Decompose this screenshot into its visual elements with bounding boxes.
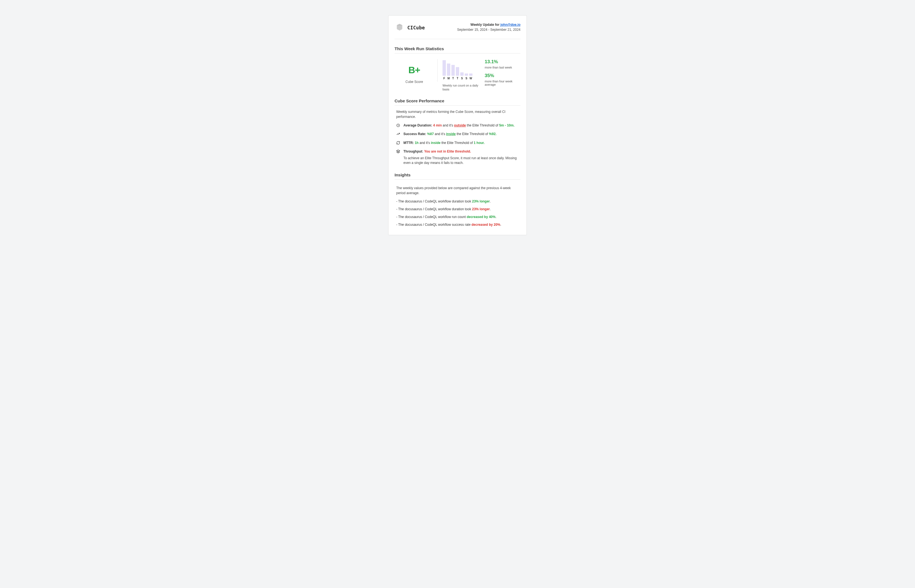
perf-label: MTTR: bbox=[403, 141, 414, 145]
insight-delta: 23% longer bbox=[472, 207, 490, 211]
brand-name: CICube bbox=[407, 25, 425, 31]
delta-4w-percent: 35% bbox=[485, 73, 520, 79]
insight-line: - The docusaurus / CodeQL workflow durat… bbox=[395, 199, 520, 203]
section-title-stats: This Week Run Statistics bbox=[395, 46, 520, 53]
bar-label: W bbox=[469, 77, 473, 80]
trend-up-icon bbox=[396, 132, 400, 136]
insight-prefix: - The docusaurus / CodeQL workflow succe… bbox=[396, 223, 471, 226]
delta-week-label: more than last week bbox=[485, 66, 520, 69]
recipient-email-link[interactable]: john@doe.io bbox=[500, 23, 520, 27]
section-title-perf: Cube Score Performance bbox=[395, 99, 520, 106]
insight-delta: decreased by 20% bbox=[471, 223, 500, 226]
deltas-column: 13.1% more than last week 35% more than … bbox=[485, 58, 520, 90]
weekly-prefix: Weekly Update for bbox=[471, 23, 500, 27]
perf-status: inside bbox=[431, 141, 441, 145]
perf-throughput-note: To achieve an Elite Throughput Score, it… bbox=[395, 156, 520, 166]
vertical-divider bbox=[437, 59, 437, 82]
date-range: September 15, 2024 - September 21, 2024 bbox=[457, 28, 520, 32]
insight-suffix: . bbox=[495, 215, 496, 219]
perf-value: 1h bbox=[415, 141, 419, 145]
insights-intro: The weekly values provided below are com… bbox=[395, 186, 520, 195]
insight-delta: decreased by 40% bbox=[466, 215, 495, 219]
perf-status: You are not in Elite threshold. bbox=[424, 150, 471, 153]
header-right: Weekly Update for john@doe.io September … bbox=[457, 23, 520, 32]
perf-label: Success Rate: bbox=[403, 132, 426, 136]
insights-list: - The docusaurus / CodeQL workflow durat… bbox=[395, 199, 520, 226]
insight-suffix: . bbox=[490, 199, 491, 203]
email-card: CICube Weekly Update for john@doe.io Sep… bbox=[388, 15, 527, 235]
perf-threshold: 5m - 10m. bbox=[499, 123, 514, 127]
bar-label: S bbox=[460, 77, 463, 80]
perf-threshold: %92. bbox=[489, 132, 496, 136]
perf-avg-duration: Average Duration: 4 min and it's outside… bbox=[395, 123, 520, 128]
insight-suffix: . bbox=[490, 207, 491, 211]
perf-label: Average Duration: bbox=[403, 123, 432, 127]
weekly-run-chart: FMTTSSW Weekly run count on a daily basi… bbox=[441, 58, 481, 91]
stats-row: B+ Cube Score FMTTSSW Weekly run count o… bbox=[395, 58, 520, 91]
bar bbox=[452, 65, 455, 76]
perf-mid: and it's bbox=[434, 132, 446, 136]
clock-icon bbox=[396, 123, 400, 127]
cube-score-column: B+ Cube Score bbox=[395, 58, 434, 84]
svg-marker-14 bbox=[397, 150, 400, 152]
refresh-icon bbox=[396, 141, 400, 145]
insight-line: - The docusaurus / CodeQL workflow succe… bbox=[395, 223, 520, 226]
delta-4w-label: more than four week average bbox=[485, 79, 520, 86]
bar bbox=[460, 73, 463, 76]
bar bbox=[456, 67, 459, 76]
insight-suffix: . bbox=[500, 223, 501, 226]
cube-icon bbox=[395, 23, 405, 33]
bar-chart-labels: FMTTSSW bbox=[442, 77, 481, 80]
chart-caption: Weekly run count on a daily basis bbox=[442, 84, 479, 91]
perf-success-rate: Success Rate: %87 and it's inside the El… bbox=[395, 132, 520, 136]
bar bbox=[447, 63, 450, 76]
insight-line: - The docusaurus / CodeQL workflow run c… bbox=[395, 215, 520, 219]
perf-intro: Weekly summary of metrics forming the Cu… bbox=[395, 110, 520, 119]
weekly-update-for: Weekly Update for john@doe.io bbox=[457, 23, 520, 27]
perf-tail: the Elite Threshold of bbox=[455, 132, 489, 136]
perf-tail: the Elite Threshold of bbox=[441, 141, 474, 145]
insight-line: - The docusaurus / CodeQL workflow durat… bbox=[395, 207, 520, 211]
insight-prefix: - The docusaurus / CodeQL workflow durat… bbox=[396, 207, 472, 211]
bar bbox=[465, 73, 468, 76]
header: CICube Weekly Update for john@doe.io Sep… bbox=[395, 23, 520, 39]
bar-label: S bbox=[465, 77, 468, 80]
bar-chart bbox=[442, 60, 481, 76]
layers-icon bbox=[396, 150, 400, 153]
perf-value: 4 min bbox=[433, 123, 442, 127]
perf-status: outside bbox=[454, 123, 466, 127]
perf-mid: and it's bbox=[419, 141, 431, 145]
bar-label: F bbox=[442, 77, 446, 80]
cube-score-grade: B+ bbox=[395, 65, 434, 76]
perf-mttr: MTTR: 1h and it's inside the Elite Thres… bbox=[395, 141, 520, 145]
cube-score-label: Cube Score bbox=[395, 80, 434, 84]
bar-label: M bbox=[447, 77, 450, 80]
perf-label: Throughput: bbox=[403, 150, 423, 153]
perf-mid: and it's bbox=[442, 123, 454, 127]
bar-label: T bbox=[452, 77, 455, 80]
brand: CICube bbox=[395, 23, 425, 33]
bar bbox=[469, 73, 473, 76]
section-title-insights: Insights bbox=[395, 173, 520, 180]
insight-delta: 23% longer bbox=[472, 199, 490, 203]
insight-prefix: - The docusaurus / CodeQL workflow run c… bbox=[396, 215, 466, 219]
bar bbox=[442, 60, 446, 76]
perf-value: %87 bbox=[427, 132, 434, 136]
perf-tail: the Elite Threshold of bbox=[466, 123, 499, 127]
bar-label: T bbox=[456, 77, 459, 80]
insight-prefix: - The docusaurus / CodeQL workflow durat… bbox=[396, 199, 472, 203]
perf-throughput: Throughput: You are not in Elite thresho… bbox=[395, 149, 520, 154]
perf-status: inside bbox=[446, 132, 456, 136]
perf-threshold: 1 hour. bbox=[474, 141, 485, 145]
delta-week-percent: 13.1% bbox=[485, 59, 520, 65]
